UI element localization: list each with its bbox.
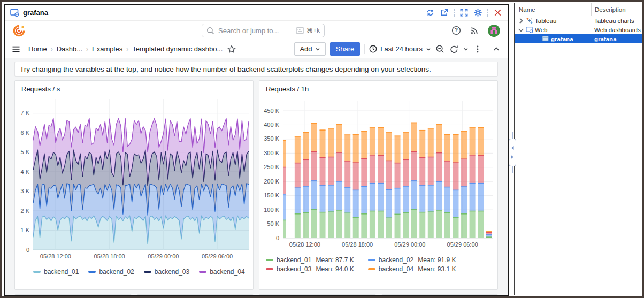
collapse-toolbar-icon[interactable] xyxy=(492,44,501,54)
sync-icon[interactable] xyxy=(426,8,435,17)
svg-text:05/28 18:00: 05/28 18:00 xyxy=(342,241,373,248)
time-range-label: Last 24 hours xyxy=(380,45,423,53)
panel-splitter-handle[interactable] xyxy=(509,139,516,166)
tree-chevron-icon[interactable] xyxy=(517,17,525,25)
dashboard-toolbar: Home›Dashb...›Examples›Templated dynamic… xyxy=(5,40,508,58)
svg-text:7 K: 7 K xyxy=(20,110,29,116)
sidebar-header: Name Description xyxy=(515,3,644,16)
legend-mean-value: Mean: 93.1 K xyxy=(418,265,456,273)
breadcrumb-item[interactable]: Dashb... xyxy=(57,45,82,53)
news-rss-icon[interactable] xyxy=(470,26,479,35)
open-external-icon[interactable] xyxy=(440,8,449,17)
kebab-menu-icon[interactable] xyxy=(473,44,482,54)
tree-chevron-icon[interactable] xyxy=(517,26,525,34)
legend-item-backend_04[interactable]: backend_04Mean: 93.1 K xyxy=(368,265,456,273)
legend-mean-value: Mean: 87.7 K xyxy=(316,256,354,264)
chart-legend: backend_01backend_02backend_03backend_04 xyxy=(15,267,253,276)
refresh-interval-chevron-icon[interactable] xyxy=(463,44,469,54)
time-range-picker[interactable]: Last 24 hours xyxy=(369,45,431,53)
zoom-out-icon[interactable] xyxy=(435,44,445,54)
legend-label: backend_03 xyxy=(277,265,311,273)
legend-label: backend_02 xyxy=(99,268,134,276)
user-avatar[interactable] xyxy=(488,25,500,37)
tree-row-description: grafana xyxy=(591,36,644,42)
breadcrumb-item[interactable]: Templated dynamic dashbo... xyxy=(132,45,223,53)
column-header-description[interactable]: Description xyxy=(591,3,644,16)
info-text-panel: Try changing the variables at the top, a… xyxy=(14,62,498,77)
tree-row-description: Web dashboards xyxy=(591,27,644,33)
svg-text:250 K: 250 K xyxy=(264,164,279,170)
breadcrumb-item[interactable]: Home xyxy=(28,45,47,53)
tree-row-web[interactable]: WebWeb dashboards xyxy=(515,25,644,34)
legend-item-backend_04[interactable]: backend_04 xyxy=(199,268,244,276)
svg-text:2 K: 2 K xyxy=(20,208,29,214)
legend-label: backend_04 xyxy=(379,265,413,273)
partial-panel xyxy=(14,294,132,295)
svg-text:?: ? xyxy=(455,27,458,33)
outer-frame: grafana Search or jump to... ⌘+k xyxy=(0,0,644,298)
svg-text:350 K: 350 K xyxy=(264,135,279,142)
sidebar-tree: TableauTableau chartsWebWeb dashboardsgr… xyxy=(515,16,644,43)
info-text: Try changing the variables at the top, a… xyxy=(20,65,431,73)
breadcrumb-separator: › xyxy=(86,45,88,53)
tree-row-label: grafana xyxy=(551,36,573,42)
tree-row-tableau[interactable]: TableauTableau charts xyxy=(515,16,644,25)
collapse-left-icon[interactable] xyxy=(510,146,515,150)
topnav-right: ? xyxy=(451,25,500,37)
legend-item-backend_03[interactable]: backend_03 xyxy=(144,268,189,276)
timeseries-chart[interactable]: 01 K2 K3 K4 K5 K6 K7 K05/28 12:0005/28 1… xyxy=(15,95,252,265)
favorite-star-icon[interactable] xyxy=(227,44,236,54)
legend-item-backend_02[interactable]: backend_02 xyxy=(88,268,134,276)
panel-requests-per-1h: Requests / 1h 050 K100 K150 K200 K250 K3… xyxy=(259,80,498,290)
panel-title[interactable]: Requests / s xyxy=(15,81,253,95)
titlebar-actions xyxy=(426,8,502,17)
legend-item-backend_03[interactable]: backend_03Mean: 94.0 K xyxy=(266,265,354,273)
grafana-logo[interactable] xyxy=(12,24,26,37)
refresh-icon[interactable] xyxy=(449,44,459,54)
fullscreen-icon[interactable] xyxy=(459,8,469,17)
menu-hamburger-icon[interactable] xyxy=(11,44,21,54)
legend-label: backend_03 xyxy=(155,268,189,276)
svg-text:50 K: 50 K xyxy=(267,220,279,227)
breadcrumb-separator: › xyxy=(126,45,128,53)
svg-text:150 K: 150 K xyxy=(264,192,279,198)
svg-text:400 K: 400 K xyxy=(264,121,279,128)
legend-item-backend_01[interactable]: backend_01Mean: 87.7 K xyxy=(266,256,354,264)
search-placeholder: Search or jump to... xyxy=(218,27,296,35)
legend-item-backend_01[interactable]: backend_01 xyxy=(33,268,79,276)
add-button[interactable]: Add xyxy=(294,42,325,56)
help-icon[interactable]: ? xyxy=(451,26,461,35)
svg-text:05/29 00:00: 05/29 00:00 xyxy=(394,241,425,248)
panel-title[interactable]: Requests / 1h xyxy=(259,81,497,95)
legend-mean-value: Mean: 91.9 K xyxy=(418,256,456,264)
svg-text:6 K: 6 K xyxy=(20,129,29,136)
svg-text:3 K: 3 K xyxy=(20,188,29,194)
grafana-window: grafana Search or jump to... ⌘+k xyxy=(4,4,509,296)
search-input[interactable]: Search or jump to... ⌘+k xyxy=(202,24,325,37)
window-title: grafana xyxy=(23,9,48,17)
tree-row-name: Tableau xyxy=(515,17,591,25)
legend-item-backend_02[interactable]: backend_02Mean: 91.9 K xyxy=(368,256,456,264)
partial-panel xyxy=(259,294,376,295)
tree-row-description: Tableau charts xyxy=(591,18,644,24)
tree-row-grafana[interactable]: grafanagrafana xyxy=(515,34,644,43)
legend-swatch xyxy=(368,268,375,270)
panels-row: Requests / s 01 K2 K3 K4 K5 K6 K7 K05/28… xyxy=(14,80,498,290)
tree-row-label: Web xyxy=(535,27,547,33)
column-header-name[interactable]: Name xyxy=(515,6,591,13)
share-button[interactable]: Share xyxy=(330,42,361,56)
legend-swatch xyxy=(33,271,41,273)
collapse-right-icon[interactable] xyxy=(510,155,515,159)
settings-gear-icon[interactable] xyxy=(473,8,482,17)
grafana-topnav: Search or jump to... ⌘+k ? xyxy=(5,21,508,40)
close-icon[interactable] xyxy=(493,8,502,17)
tableau-icon xyxy=(526,17,533,24)
window-titlebar: grafana xyxy=(5,5,508,21)
legend-label: backend_04 xyxy=(210,268,244,276)
stacked-bar-chart[interactable]: 050 K100 K150 K200 K250 K300 K350 K400 K… xyxy=(259,95,496,253)
partial-panel xyxy=(137,294,254,295)
breadcrumb-item[interactable]: Examples xyxy=(92,45,122,53)
svg-text:4 K: 4 K xyxy=(20,169,29,175)
chart-legend: backend_01Mean: 87.7 Kbackend_02Mean: 91… xyxy=(259,255,497,273)
chevron-down-icon xyxy=(426,47,431,52)
